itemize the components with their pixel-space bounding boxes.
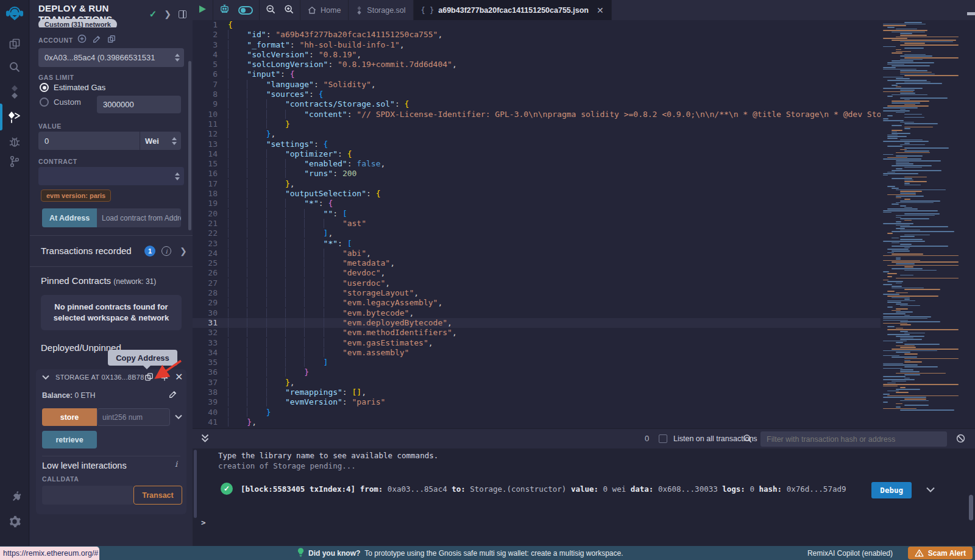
contract-stepper[interactable] bbox=[171, 172, 184, 180]
minimap[interactable] bbox=[881, 22, 968, 424]
code-line[interactable]: 8 "sources": { bbox=[193, 90, 881, 99]
custom-gas-option[interactable]: Custom bbox=[40, 97, 81, 107]
custom-gas-radio[interactable] bbox=[40, 97, 49, 107]
add-account-icon[interactable] bbox=[77, 34, 87, 46]
solidity-compiler-icon[interactable] bbox=[0, 83, 29, 101]
account-stepper[interactable] bbox=[171, 54, 184, 62]
code-line[interactable]: 30 "evm.bytecode", bbox=[193, 308, 881, 318]
code-line[interactable]: 22 ], bbox=[193, 229, 881, 238]
ai-copilot-robot-icon[interactable] bbox=[219, 4, 230, 16]
code-line[interactable]: 19 "*": { bbox=[193, 199, 881, 208]
code-line[interactable]: 29 "evm.legacyAssembly", bbox=[193, 298, 881, 308]
transact-button[interactable]: Transact bbox=[133, 486, 182, 505]
tx-info-icon[interactable]: i bbox=[161, 246, 171, 256]
scam-alert-button[interactable]: Scam Alert bbox=[908, 547, 973, 559]
code-line[interactable]: 12 }, bbox=[193, 129, 881, 139]
zoom-in-icon[interactable] bbox=[284, 4, 294, 16]
terminal-scrollbar-left[interactable] bbox=[194, 450, 197, 518]
code-line[interactable]: 9 "contracts/Storage.sol": { bbox=[193, 99, 881, 109]
code-line[interactable]: 16 "runs": 200 bbox=[193, 169, 881, 179]
close-tab-icon[interactable]: ✕ bbox=[597, 5, 604, 15]
debugger-icon[interactable] bbox=[0, 133, 29, 151]
code-line[interactable]: 14 "optimizer": { bbox=[193, 149, 881, 159]
remix-logo-icon[interactable] bbox=[0, 4, 29, 24]
retrieve-button[interactable]: retrieve bbox=[42, 431, 97, 448]
value-unit-select[interactable]: Wei bbox=[140, 132, 181, 150]
settings-gear-icon[interactable] bbox=[0, 512, 29, 531]
code-line[interactable]: 26 "devdoc", bbox=[193, 268, 881, 278]
code-line[interactable]: 11 } bbox=[193, 119, 881, 129]
code-line[interactable]: 3 "_format": "hh-sol-build-info-1", bbox=[193, 40, 881, 50]
code-line[interactable]: 41 }, bbox=[193, 417, 881, 427]
code-line[interactable]: 34 "evm.assembly" bbox=[193, 348, 881, 358]
clear-console-icon[interactable] bbox=[956, 434, 965, 445]
calldata-input[interactable] bbox=[42, 486, 133, 505]
code-line[interactable]: 25 "metadata", bbox=[193, 258, 881, 268]
estimated-gas-option[interactable]: Estimated Gas bbox=[40, 83, 105, 92]
load-contract-input[interactable]: Load contract from Address bbox=[97, 208, 181, 227]
code-line[interactable]: 40 } bbox=[193, 408, 881, 417]
code-line[interactable]: 15 "enabled": false, bbox=[193, 159, 881, 169]
code-line[interactable]: 39 "evmVersion": "paris" bbox=[193, 397, 881, 407]
code-line[interactable]: 10 "content": "// SPDX-License-Identifie… bbox=[193, 110, 881, 119]
code-line[interactable]: 23 "*": [ bbox=[193, 239, 881, 249]
tab-json-file[interactable]: { } a69b43f277ba20fcac141151250ca755.jso… bbox=[414, 0, 612, 20]
plugin-manager-icon[interactable] bbox=[0, 487, 29, 507]
git-icon[interactable] bbox=[0, 152, 29, 171]
code-line[interactable]: 2 "id": "a69b43f277ba20fcac141151250ca75… bbox=[193, 30, 881, 40]
code-line[interactable]: 38 "remappings": [], bbox=[193, 388, 881, 397]
custom-gas-input[interactable] bbox=[97, 96, 181, 113]
search-icon[interactable] bbox=[0, 58, 29, 76]
code-line[interactable]: 21 "ast" bbox=[193, 219, 881, 229]
unit-stepper[interactable] bbox=[168, 137, 181, 145]
edit-balance-icon[interactable] bbox=[169, 390, 177, 399]
code-line[interactable]: 24 "abi", bbox=[193, 249, 881, 258]
copilot-toggle[interactable] bbox=[238, 6, 253, 15]
filter-input[interactable] bbox=[760, 431, 947, 447]
panel-scrollbar[interactable] bbox=[188, 61, 191, 230]
code-line[interactable]: 13 "settings": { bbox=[193, 140, 881, 149]
code-line[interactable]: 7 "language": "Solidity", bbox=[193, 80, 881, 90]
code-line[interactable]: 35 ] bbox=[193, 358, 881, 367]
estimated-gas-radio[interactable] bbox=[40, 83, 49, 92]
editor-scrollbar-handle[interactable] bbox=[967, 12, 975, 15]
contract-select[interactable] bbox=[38, 167, 184, 185]
deploy-run-icon[interactable] bbox=[0, 107, 29, 127]
expand-store-icon[interactable] bbox=[175, 414, 182, 419]
terminal[interactable]: Type the library name to see available c… bbox=[193, 448, 975, 546]
value-input[interactable] bbox=[38, 132, 140, 150]
tx-log-text[interactable]: [block:5583405 txIndex:4] from: 0xa03...… bbox=[241, 484, 853, 494]
store-button[interactable]: store bbox=[42, 408, 97, 426]
at-address-button[interactable]: At Address bbox=[42, 208, 97, 227]
account-select[interactable]: 0xA03...85ac4 (0.39866531531 bbox=[38, 48, 184, 67]
tx-expand-icon[interactable]: ❯ bbox=[180, 246, 187, 256]
edit-account-icon[interactable] bbox=[93, 35, 101, 46]
collapse-contract-icon[interactable] bbox=[42, 375, 49, 380]
code-line[interactable]: 28 "storageLayout", bbox=[193, 288, 881, 298]
code-lines[interactable]: 1{2 "id": "a69b43f277ba20fcac141151250ca… bbox=[193, 20, 881, 428]
zoom-out-icon[interactable] bbox=[266, 4, 275, 16]
terminal-search-icon[interactable] bbox=[743, 434, 752, 445]
expand-panel-icon[interactable]: ❯ bbox=[164, 9, 171, 19]
pin-panel-icon[interactable] bbox=[179, 10, 186, 18]
code-line[interactable]: 37 }, bbox=[193, 378, 881, 388]
code-line[interactable]: 32 "evm.methodIdentifiers", bbox=[193, 328, 881, 338]
debug-button[interactable]: Debug bbox=[871, 482, 912, 498]
code-line[interactable]: 6 "input": { bbox=[193, 69, 881, 79]
code-line[interactable]: 17 }, bbox=[193, 179, 881, 189]
code-line[interactable]: 5 "solcLongVersion": "0.8.19+commit.7dd6… bbox=[193, 60, 881, 69]
copy-account-icon[interactable] bbox=[107, 35, 116, 46]
tab-home[interactable]: Home bbox=[300, 0, 349, 20]
listen-checkbox[interactable] bbox=[659, 434, 667, 443]
expand-tx-icon[interactable] bbox=[926, 485, 935, 494]
low-level-info-icon[interactable]: i bbox=[175, 459, 177, 469]
code-line[interactable]: 4 "solcVersion": "0.8.19", bbox=[193, 50, 881, 60]
file-explorer-icon[interactable] bbox=[0, 35, 29, 52]
terminal-scrollbar-right[interactable] bbox=[969, 495, 973, 520]
code-line[interactable]: 27 "userdoc", bbox=[193, 278, 881, 288]
terminal-prompt[interactable]: > bbox=[201, 518, 206, 527]
code-line[interactable]: 20 "": [ bbox=[193, 209, 881, 219]
code-line[interactable]: 36 } bbox=[193, 367, 881, 377]
copilot-status[interactable]: RemixAI Copilot (enabled) bbox=[807, 549, 893, 558]
run-script-icon[interactable] bbox=[199, 5, 207, 16]
